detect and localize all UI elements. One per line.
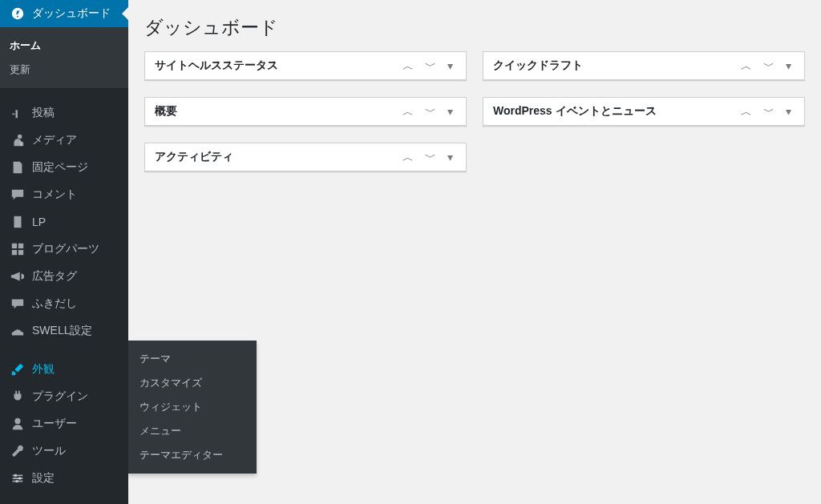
chevron-down-icon: ﹀	[425, 60, 436, 71]
postbox-header: クイックドラフト ︿ ﹀ ▾	[483, 52, 804, 80]
chevron-down-icon: ﹀	[425, 106, 436, 117]
move-down-button[interactable]: ﹀	[760, 103, 778, 120]
postbox-activity: アクティビティ ︿ ﹀ ▾	[144, 143, 467, 172]
move-up-button[interactable]: ︿	[738, 103, 755, 120]
pin-icon	[10, 106, 26, 120]
move-up-button[interactable]: ︿	[738, 57, 755, 75]
sidebar-item-media[interactable]: メディア	[0, 127, 128, 154]
sliders-icon	[10, 471, 26, 486]
sidebar-item-appearance[interactable]: 外観	[0, 356, 128, 383]
chevron-up-icon: ︿	[402, 151, 414, 163]
handle-actions: ︿ ﹀ ▾	[399, 57, 456, 75]
sidebar-item-posts[interactable]: 投稿	[0, 99, 128, 127]
sidebar-item-label: ユーザー	[32, 417, 77, 431]
move-down-button[interactable]: ﹀	[422, 148, 439, 166]
handle-actions: ︿ ﹀ ▾	[738, 103, 795, 120]
sidebar-item-ads[interactable]: 広告タグ	[0, 263, 128, 290]
caret-down-icon: ▾	[447, 59, 453, 72]
sidebar-item-pages[interactable]: 固定ページ	[0, 154, 128, 181]
dashboard-col-left: サイトヘルスステータス ︿ ﹀ ▾ 概要 ︿ ﹀ ▾	[144, 51, 467, 172]
caret-down-icon: ▾	[447, 151, 453, 163]
submenu-themes[interactable]: テーマ	[128, 347, 257, 371]
svg-point-1	[18, 477, 22, 480]
chevron-up-icon: ︿	[741, 60, 752, 71]
toggle-button[interactable]: ▾	[444, 148, 456, 166]
sidebar-item-label: ツール	[32, 444, 66, 458]
sidebar-item-plugins[interactable]: プラグイン	[0, 383, 128, 410]
sidebar-item-label: LP	[32, 216, 46, 228]
sidebar-item-label: プラグイン	[32, 389, 88, 404]
grid-icon	[10, 242, 26, 256]
sidebar-sub-updates[interactable]: 更新	[0, 58, 128, 82]
toggle-button[interactable]: ▾	[783, 57, 795, 75]
move-down-button[interactable]: ﹀	[760, 57, 778, 75]
chevron-up-icon: ︿	[741, 106, 752, 117]
chevron-up-icon: ︿	[402, 60, 414, 71]
media-icon	[10, 133, 26, 147]
caret-down-icon: ▾	[447, 105, 453, 118]
postbox-header: サイトヘルスステータス ︿ ﹀ ▾	[145, 52, 466, 80]
sidebar-item-label: 投稿	[32, 106, 55, 120]
dashboard-grid: サイトヘルスステータス ︿ ﹀ ▾ 概要 ︿ ﹀ ▾	[144, 51, 805, 172]
swell-icon	[10, 324, 26, 338]
submenu-widgets[interactable]: ウィジェット	[128, 395, 257, 419]
postbox-header: アクティビティ ︿ ﹀ ▾	[145, 143, 466, 171]
toggle-button[interactable]: ▾	[444, 103, 456, 120]
move-up-button[interactable]: ︿	[399, 103, 417, 120]
handle-actions: ︿ ﹀ ▾	[738, 57, 795, 75]
chevron-up-icon: ︿	[402, 106, 414, 117]
postbox-at-a-glance: 概要 ︿ ﹀ ▾	[144, 97, 467, 127]
sidebar-item-label: メディア	[32, 133, 77, 147]
chevron-down-icon: ﹀	[763, 60, 774, 71]
postbox-title: 概要	[155, 104, 399, 119]
submenu-editor[interactable]: テーマエディター	[128, 443, 257, 467]
sidebar-item-label: ダッシュボード	[32, 6, 111, 21]
sidebar-item-label: ブログパーツ	[32, 242, 99, 256]
sidebar-item-tools[interactable]: ツール	[0, 437, 128, 465]
toggle-button[interactable]: ▾	[783, 103, 795, 120]
submenu-customize[interactable]: カスタマイズ	[128, 371, 257, 395]
sidebar-sub-home[interactable]: ホーム	[0, 34, 128, 58]
doc-icon	[10, 215, 26, 229]
appearance-submenu: テーマ カスタマイズ ウィジェット メニュー テーマエディター	[128, 341, 257, 474]
postbox-events-news: WordPress イベントとニュース ︿ ﹀ ▾	[483, 97, 805, 127]
sidebar-item-users[interactable]: ユーザー	[0, 410, 128, 437]
move-up-button[interactable]: ︿	[399, 57, 417, 75]
postbox-title: アクティビティ	[155, 150, 399, 164]
admin-sidebar: ダッシュボード ホーム 更新 投稿 メディア 固定ページ コメント LP	[0, 0, 128, 504]
sidebar-sub-dashboard: ホーム 更新	[0, 27, 128, 88]
postbox-title: WordPress イベントとニュース	[493, 104, 738, 119]
sidebar-item-label: 固定ページ	[32, 160, 88, 175]
sidebar-item-dashboard[interactable]: ダッシュボード	[0, 0, 128, 27]
speech-icon	[10, 296, 26, 311]
sidebar-item-label: ふきだし	[32, 296, 77, 311]
sidebar-item-comments[interactable]: コメント	[0, 181, 128, 208]
toggle-button[interactable]: ▾	[444, 57, 456, 75]
chevron-down-icon: ﹀	[425, 151, 436, 163]
postbox-title: サイトヘルスステータス	[155, 58, 399, 73]
move-up-button[interactable]: ︿	[399, 148, 417, 166]
sidebar-item-balloon[interactable]: ふきだし	[0, 290, 128, 317]
caret-down-icon: ▾	[786, 59, 791, 72]
svg-point-2	[15, 480, 18, 483]
sidebar-item-lp[interactable]: LP	[0, 208, 128, 236]
sidebar-item-settings[interactable]: 設定	[0, 465, 128, 492]
submenu-menus[interactable]: メニュー	[128, 419, 257, 443]
postbox-header: 概要 ︿ ﹀ ▾	[145, 98, 466, 126]
chevron-down-icon: ﹀	[763, 106, 774, 117]
sidebar-item-label: SWELL設定	[32, 324, 92, 338]
postbox-title: クイックドラフト	[493, 58, 738, 73]
postbox-header: WordPress イベントとニュース ︿ ﹀ ▾	[483, 98, 804, 126]
page-title: ダッシュボード	[144, 8, 805, 51]
megaphone-icon	[10, 269, 26, 284]
user-icon	[10, 417, 26, 431]
caret-down-icon: ▾	[786, 105, 791, 118]
sidebar-item-swell[interactable]: SWELL設定	[0, 317, 128, 345]
sidebar-item-blogparts[interactable]: ブログパーツ	[0, 236, 128, 263]
move-down-button[interactable]: ﹀	[422, 103, 439, 120]
dashboard-col-right: クイックドラフト ︿ ﹀ ▾ WordPress イベントとニュース ︿ ﹀ ▾	[483, 51, 805, 172]
handle-actions: ︿ ﹀ ▾	[399, 148, 456, 166]
comment-icon	[10, 187, 26, 202]
sidebar-item-label: 広告タグ	[32, 269, 77, 284]
move-down-button[interactable]: ﹀	[422, 57, 439, 75]
